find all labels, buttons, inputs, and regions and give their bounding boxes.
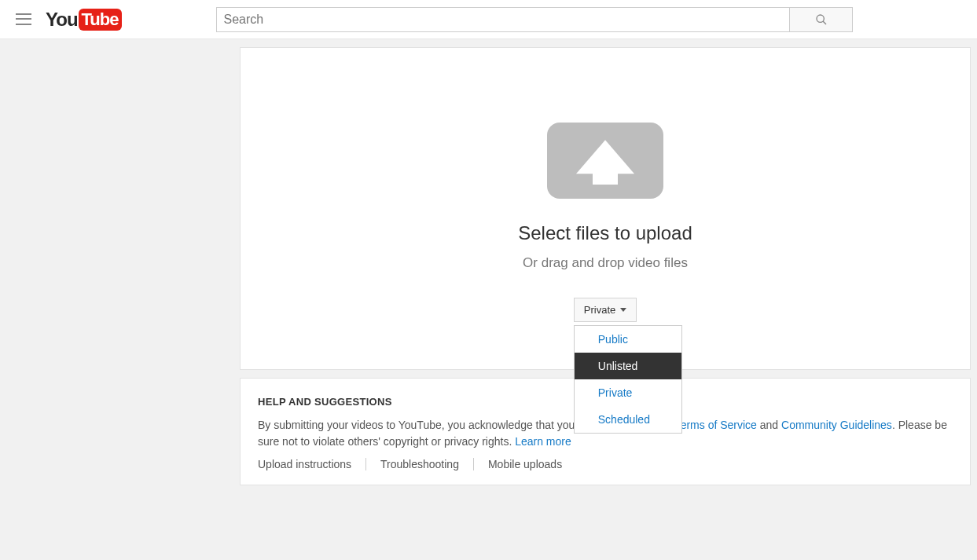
- privacy-button[interactable]: Private: [574, 298, 637, 322]
- chevron-down-icon: [620, 308, 626, 312]
- main-content: Select files to upload Or drag and drop …: [240, 47, 971, 485]
- upload-subtitle: Or drag and drop video files: [523, 255, 688, 271]
- search-button[interactable]: [790, 7, 853, 32]
- svg-point-0: [817, 15, 824, 22]
- youtube-logo[interactable]: You Tube: [46, 9, 122, 31]
- privacy-option-unlisted[interactable]: Unlisted: [575, 353, 681, 379]
- logo-text-you: You: [46, 9, 78, 31]
- help-links: Upload instructionsTroubleshootingMobile…: [258, 458, 953, 470]
- svg-line-1: [823, 21, 826, 24]
- upload-icon[interactable]: [547, 123, 663, 199]
- privacy-dropdown: PublicUnlistedPrivateScheduled: [574, 325, 682, 434]
- search-input[interactable]: [216, 7, 790, 32]
- privacy-option-private[interactable]: Private: [575, 379, 681, 406]
- privacy-option-scheduled[interactable]: Scheduled: [575, 406, 681, 433]
- menu-icon[interactable]: [16, 12, 31, 27]
- search-bar: [216, 7, 853, 32]
- help-link[interactable]: Troubleshooting: [380, 458, 474, 470]
- logo-text-tube: Tube: [79, 9, 123, 31]
- learn-more-link[interactable]: Learn more: [515, 435, 571, 448]
- tos-link[interactable]: Terms of Service: [675, 419, 757, 431]
- upload-title: Select files to upload: [518, 222, 692, 244]
- privacy-option-public[interactable]: Public: [575, 326, 681, 353]
- help-link[interactable]: Mobile uploads: [488, 458, 576, 470]
- privacy-selector: Private PublicUnlistedPrivateScheduled: [574, 298, 637, 322]
- search-icon: [815, 13, 828, 26]
- upload-panel: Select files to upload Or drag and drop …: [240, 47, 971, 370]
- header: You Tube: [0, 0, 977, 39]
- privacy-label: Private: [584, 304, 615, 316]
- help-link[interactable]: Upload instructions: [258, 458, 366, 470]
- guidelines-link[interactable]: Community Guidelines: [781, 419, 892, 431]
